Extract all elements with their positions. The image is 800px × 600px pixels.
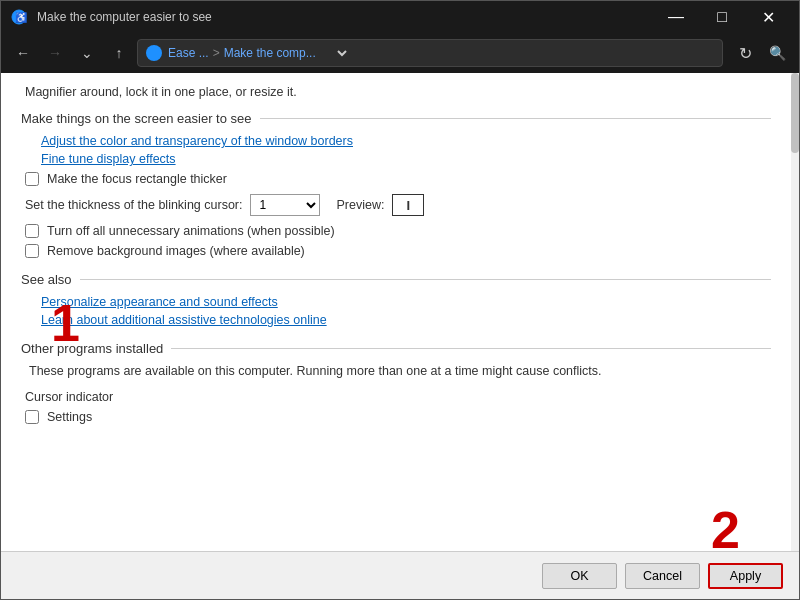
background-images-checkbox[interactable] [25, 244, 39, 258]
minimize-button[interactable]: — [653, 1, 699, 33]
breadcrumb-make: Make the comp... [224, 46, 316, 60]
close-button[interactable]: ✕ [745, 1, 791, 33]
window-controls: — □ ✕ [653, 1, 791, 33]
animations-checkbox[interactable] [25, 224, 39, 238]
background-images-label[interactable]: Remove background images (where availabl… [47, 244, 305, 258]
scrollbar-thumb[interactable] [791, 73, 799, 153]
ok-button[interactable]: OK [542, 563, 617, 589]
link-color-transparency[interactable]: Adjust the color and transparency of the… [41, 134, 771, 148]
cursor-thickness-label: Set the thickness of the blinking cursor… [25, 198, 242, 212]
up-button[interactable]: ↑ [105, 39, 133, 67]
main-window: ♿ Make the computer easier to see — □ ✕ … [0, 0, 800, 600]
address-input-bar[interactable]: Ease ... > Make the comp... [137, 39, 723, 67]
main-content: Magnifier around, lock it in one place, … [1, 73, 791, 551]
cancel-button[interactable]: Cancel [625, 563, 700, 589]
address-bar-icon [146, 45, 162, 61]
search-button[interactable]: 🔍 [763, 39, 791, 67]
settings-label[interactable]: Settings [47, 410, 92, 424]
checkbox-focus-rectangle: Make the focus rectangle thicker [25, 172, 771, 186]
back-button[interactable]: ← [9, 39, 37, 67]
breadcrumb: Ease ... > Make the comp... [168, 46, 316, 60]
maximize-button[interactable]: □ [699, 1, 745, 33]
dropdown-history-button[interactable]: ⌄ [73, 39, 101, 67]
section-other-programs: Other programs installed [21, 341, 771, 356]
link-fine-tune[interactable]: Fine tune display effects [41, 152, 771, 166]
cursor-indicator-label: Cursor indicator [25, 390, 771, 404]
link-assistive-tech[interactable]: Learn about additional assistive technol… [41, 313, 771, 327]
settings-checkbox[interactable] [25, 410, 39, 424]
forward-button[interactable]: → [41, 39, 69, 67]
title-bar: ♿ Make the computer easier to see — □ ✕ [1, 1, 799, 33]
apply-button[interactable]: Apply [708, 563, 783, 589]
breadcrumb-separator: > [213, 46, 220, 60]
cursor-preview-box: I [392, 194, 424, 216]
checkbox-background: Remove background images (where availabl… [25, 244, 771, 258]
breadcrumb-ease: Ease ... [168, 46, 209, 60]
section-see-also: See also [21, 272, 771, 287]
checkbox-animations: Turn off all unnecessary animations (whe… [25, 224, 771, 238]
svg-text:♿: ♿ [15, 11, 27, 24]
address-dropdown[interactable] [326, 43, 350, 64]
other-programs-desc: These programs are available on this com… [25, 364, 771, 378]
animations-label[interactable]: Turn off all unnecessary animations (whe… [47, 224, 335, 238]
cursor-thickness-row: Set the thickness of the blinking cursor… [25, 194, 771, 216]
intro-text: Magnifier around, lock it in one place, … [21, 85, 771, 99]
link-personalize[interactable]: Personalize appearance and sound effects [41, 295, 771, 309]
cursor-thickness-select[interactable]: 12345 [250, 194, 320, 216]
focus-rectangle-label[interactable]: Make the focus rectangle thicker [47, 172, 227, 186]
checkbox-settings: Settings [25, 410, 771, 424]
address-bar: ← → ⌄ ↑ Ease ... > Make the comp... ↻ 🔍 [1, 33, 799, 73]
focus-rectangle-checkbox[interactable] [25, 172, 39, 186]
preview-label: Preview: [336, 198, 384, 212]
section-screen-easier: Make things on the screen easier to see [21, 111, 771, 126]
window-title: Make the computer easier to see [37, 10, 653, 24]
refresh-button[interactable]: ↻ [731, 39, 759, 67]
window-icon: ♿ [9, 7, 29, 27]
footer: 2 OK Cancel Apply [1, 551, 799, 599]
scrollbar-track[interactable] [791, 73, 799, 551]
